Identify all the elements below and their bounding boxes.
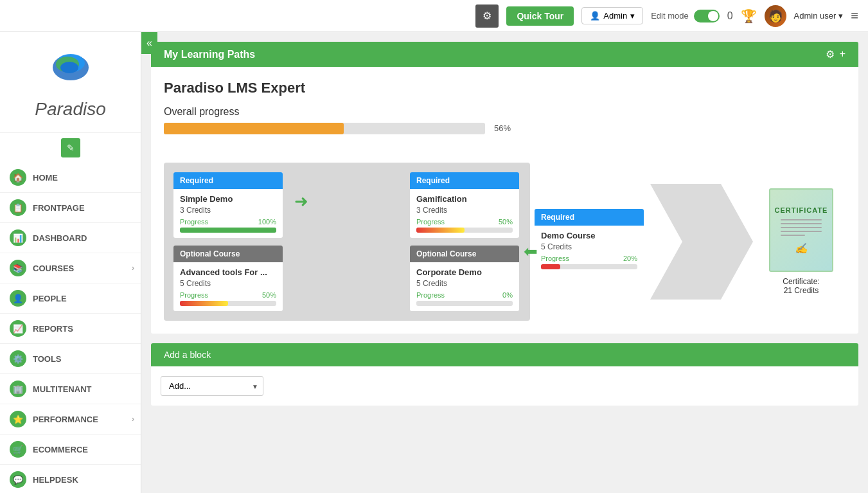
learning-paths-body: Paradiso LMS Expert Overall progress 56%… (151, 67, 858, 334)
sidebar-item-tools[interactable]: ⚙️ TOOLS (0, 344, 141, 374)
certificate-label: Certificate: 21 Credits (783, 277, 819, 295)
edit-mode-label: Edit mode (651, 11, 689, 21)
nav-icon-ecommerce: 🛒 (10, 441, 26, 458)
arrow-right-button-1[interactable]: ➜ (294, 192, 308, 211)
card-course-name-2: Gamification (416, 194, 513, 204)
nav-label-reports: REPORTS (33, 324, 73, 334)
card-progress-fill-2 (416, 228, 465, 233)
nav-icon-frontpage: 📋 (10, 199, 26, 216)
nav-label-ecommerce: ECOMMERCE (33, 445, 88, 454)
courses-grid: Required Simple Demo 3 Credits Progress1… (164, 163, 530, 321)
nav-label-tools: TOOLS (33, 354, 62, 364)
certificate-image[interactable]: CERTIFICATE ✍ (769, 188, 833, 272)
big-arrow (644, 171, 759, 312)
add-block-select[interactable]: Add... New Block (161, 376, 263, 396)
logo-text: Paradiso (10, 99, 131, 120)
overall-progress-fill (164, 123, 344, 134)
sidebar-edit-button[interactable]: ✎ (61, 138, 80, 157)
sidebar-item-reports[interactable]: 📈 REPORTS (0, 314, 141, 344)
courses-area: Required Simple Demo 3 Credits Progress1… (164, 163, 846, 321)
nav-icon-helpdesk: 💬 (10, 471, 26, 488)
card-credits: 3 Credits (180, 206, 276, 215)
edit-mode-toggle[interactable] (694, 10, 720, 22)
nav-label-courses: COURSES (33, 264, 74, 273)
certificate-signature: ✍ (795, 242, 808, 255)
settings-icon[interactable]: ⚙ (826, 48, 835, 60)
card-body-2: Gamification 3 Credits Progress50% (410, 189, 519, 238)
nav-icon-dashboard: 📊 (10, 229, 26, 246)
card-progress-label-2: Progress50% (416, 218, 513, 226)
big-arrow-svg (650, 177, 753, 306)
course-card-gamification[interactable]: Required Gamification 3 Credits Progress… (410, 172, 519, 238)
sidebar-item-dashboard[interactable]: 📊 DASHBOARD (0, 223, 141, 253)
course-card-simple-demo[interactable]: Required Simple Demo 3 Credits Progress1… (173, 172, 283, 238)
nav-arrow-performance: › (132, 415, 134, 424)
sidebar-item-frontpage[interactable]: 📋 FRONTPAGE (0, 193, 141, 223)
course-card-corporate[interactable]: Optional Course Corporate Demo 5 Credits… (410, 246, 519, 311)
sidebar-item-home[interactable]: 🏠 HOME (0, 163, 141, 193)
gear-button[interactable]: ⚙ (475, 4, 499, 28)
trophy-icon[interactable]: 🏆 (741, 8, 757, 24)
sidebar-item-performance[interactable]: ⭐ PERFORMANCE › (0, 404, 141, 435)
nav-icon-performance: ⭐ (10, 411, 26, 427)
add-select-wrapper: Add... New Block (161, 376, 263, 396)
nav-label-dashboard: DASHBOARD (33, 233, 87, 243)
card-body-5: Corporate Demo 5 Credits Progress0% (410, 262, 519, 311)
layout: Paradiso ✎ 🏠 HOME 📋 FRONTPAGE 📊 DASHBOAR… (0, 0, 868, 493)
nav-icon-multitenant: 🏢 (10, 381, 26, 397)
overall-progress-label: Overall progress (164, 106, 846, 118)
nav-label-performance: PERFORMANCE (33, 415, 98, 424)
sidebar-item-people[interactable]: 👤 PEOPLE (0, 283, 141, 314)
nav-label-multitenant: MULTITENANT (33, 384, 91, 394)
card-progress-label-5: Progress0% (416, 291, 513, 299)
main-content: My Learning Paths ⚙ + Paradiso LMS Exper… (141, 32, 868, 493)
card-header-required: Required (173, 172, 283, 189)
card-header-required-3: Required (535, 209, 644, 226)
sidebar-logo-area: Paradiso (0, 32, 141, 133)
card-body-4: Advanced tools For ... 5 Credits Progres… (173, 262, 283, 311)
card-course-name: Simple Demo (180, 194, 276, 204)
avatar[interactable]: 🧑 (765, 5, 786, 27)
admin-dropdown-button[interactable]: 👤 Admin ▾ (581, 7, 643, 24)
course-card-advanced[interactable]: Optional Course Advanced tools For ... 5… (173, 246, 283, 311)
nav-label-people: PEOPLE (33, 294, 67, 303)
certificate-area: CERTIFICATE ✍ Certificate: 21 Credits (759, 188, 843, 295)
nav-label-home: HOME (33, 173, 58, 183)
lp-expert-title: Paradiso LMS Expert (164, 80, 846, 96)
admin-user-button[interactable]: Admin user ▾ (794, 11, 844, 21)
notification-count[interactable]: 0 (727, 10, 733, 22)
card-progress-bar-2 (416, 228, 513, 233)
nav-label-helpdesk: HELPDESK (33, 475, 78, 485)
spacer (292, 246, 311, 311)
sidebar-item-helpdesk[interactable]: 💬 HELPDESK (0, 465, 141, 493)
card-progress-bar-4 (180, 301, 276, 306)
card-progress-label: Progress100% (180, 218, 276, 226)
card-course-name-3: Demo Course (541, 231, 637, 240)
sidebar-item-ecommerce[interactable]: 🛒 ECOMMERCE (0, 435, 141, 465)
chevron-down-icon: ▾ (630, 11, 635, 21)
nav-icon-reports: 📈 (10, 320, 26, 337)
sidebar-item-multitenant[interactable]: 🏢 MULTITENANT (0, 374, 141, 404)
add-icon[interactable]: + (840, 48, 846, 60)
col3-cards: Required Demo Course 5 Credits Progress2… (535, 209, 644, 274)
nav-arrow-courses: › (132, 264, 134, 273)
course-card-demo[interactable]: Required Demo Course 5 Credits Progress2… (535, 209, 644, 274)
card-progress-bar (180, 228, 276, 233)
sidebar-item-courses[interactable]: 📚 COURSES › (0, 253, 141, 283)
learning-paths-header-icons: ⚙ + (826, 48, 846, 60)
quick-tour-button[interactable]: Quick Tour (506, 6, 574, 26)
hamburger-button[interactable]: ≡ (851, 8, 858, 23)
card-progress-bar-3 (541, 264, 637, 269)
overall-progress-bar (164, 123, 485, 134)
card-course-name-4: Advanced tools For ... (180, 267, 276, 277)
certificate-lines (781, 219, 822, 238)
card-credits-4: 5 Credits (180, 279, 276, 288)
sidebar: Paradiso ✎ 🏠 HOME 📋 FRONTPAGE 📊 DASHBOAR… (0, 32, 141, 493)
add-block-header: Add a block (151, 343, 858, 366)
arrow-left-button[interactable]: ⬅ (524, 242, 538, 262)
learning-paths-title: My Learning Paths (164, 49, 255, 60)
card-course-name-5: Corporate Demo (416, 267, 513, 277)
svg-marker-4 (650, 184, 753, 300)
sidebar-collapse-button[interactable]: « (141, 32, 157, 54)
nav-label-frontpage: FRONTPAGE (33, 203, 85, 213)
